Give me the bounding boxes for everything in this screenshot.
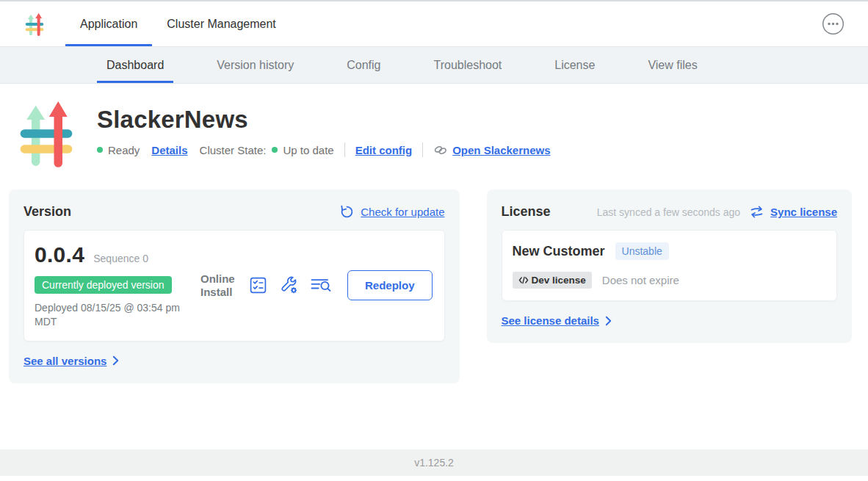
tab-config-label: Config: [347, 59, 380, 72]
link-chain-icon: [433, 143, 448, 157]
ready-status-label: Ready: [108, 144, 140, 156]
dashboard-cards: Version Check for update 0.0.4 Sequence …: [0, 189, 868, 383]
sequence-label: Sequence 0: [93, 253, 148, 264]
sync-license-link[interactable]: Sync license: [770, 206, 837, 218]
license-sync-group: Last synced a few seconds ago Sync licen…: [597, 206, 837, 218]
license-card-header: License Last synced a few seconds ago Sy…: [502, 204, 837, 220]
cluster-state-value: Up to date: [283, 144, 333, 156]
version-card-title: Version: [23, 204, 71, 220]
tab-version-history[interactable]: Version history: [207, 47, 303, 83]
tab-dashboard-label: Dashboard: [106, 59, 164, 72]
topnav-spacer: [291, 1, 821, 46]
app-logo-large: [15, 98, 78, 169]
version-number: 0.0.4: [35, 242, 84, 267]
deployed-timestamp: Deployed 08/15/25 @ 03:54 pm MDT: [35, 301, 193, 329]
tab-troubleshoot-label: Troubleshoot: [433, 59, 502, 72]
redeploy-button[interactable]: Redeploy: [347, 270, 433, 300]
preflight-checklist-icon[interactable]: [248, 275, 268, 295]
chevron-right-icon: [112, 355, 119, 366]
see-all-versions-link[interactable]: See all versions: [23, 355, 106, 367]
app-logo-icon: [23, 12, 46, 37]
logo-yellow-bar: [26, 28, 44, 31]
app-sub-navigation: Dashboard Version history Config Trouble…: [0, 47, 868, 84]
current-version-panel: 0.0.4 Sequence 0 Currently deployed vers…: [23, 230, 445, 341]
last-synced-label: Last synced a few seconds ago: [597, 206, 740, 218]
app-status-row: Ready Details Cluster State: Up to date …: [97, 142, 551, 157]
page-title: SlackerNews: [97, 106, 551, 134]
license-type-label: Dev license: [532, 275, 586, 286]
status-divider: [422, 142, 423, 157]
dashboard-main: SlackerNews Ready Details Cluster State:…: [0, 84, 868, 449]
chevron-right-icon: [605, 316, 612, 326]
tab-application[interactable]: Application: [65, 1, 152, 46]
license-expiry: Does not expire: [602, 274, 679, 286]
customer-name: New Customer: [513, 244, 605, 259]
see-all-versions-row: See all versions: [23, 355, 445, 367]
more-menu-button[interactable]: [821, 12, 845, 36]
cluster-state-label: Cluster State:: [200, 144, 267, 156]
logo-teal-bar: [26, 23, 44, 26]
status-divider: [344, 142, 345, 157]
check-for-update: Check for update: [340, 205, 444, 219]
view-logs-icon[interactable]: [310, 276, 332, 294]
see-license-details-row: See license details: [502, 314, 837, 327]
tab-view-files[interactable]: View files: [638, 47, 706, 83]
channel-badge: Unstable: [615, 242, 669, 260]
license-card-title: License: [502, 204, 551, 220]
tab-view-files-label: View files: [648, 59, 697, 72]
logo-teal-bar: [21, 129, 73, 137]
deployed-status-badge: Currently deployed version: [35, 276, 172, 294]
cluster-state-dot: [272, 147, 278, 153]
console-version: v1.125.2: [414, 457, 454, 469]
tab-dashboard[interactable]: Dashboard: [97, 47, 173, 83]
tab-cluster-management[interactable]: Cluster Management: [152, 1, 291, 46]
version-card: Version Check for update 0.0.4 Sequence …: [9, 189, 460, 383]
see-license-details-link[interactable]: See license details: [502, 314, 599, 327]
license-type-badge: Dev license: [513, 272, 592, 289]
refresh-icon: [340, 205, 354, 219]
version-actions: Online Install: [200, 270, 433, 300]
edit-config-link[interactable]: Edit config: [355, 144, 413, 156]
tab-version-history-label: Version history: [217, 59, 294, 72]
app-header: SlackerNews Ready Details Cluster State:…: [0, 84, 868, 169]
tab-application-label: Application: [80, 18, 137, 31]
tab-troubleshoot[interactable]: Troubleshoot: [424, 47, 511, 83]
tab-license-label: License: [554, 59, 595, 72]
license-details-panel: New Customer Unstable Dev license Does n…: [502, 230, 837, 301]
logo-yellow-bar: [21, 145, 73, 153]
ready-status-dot: [97, 147, 103, 153]
version-card-header: Version Check for update: [23, 204, 445, 220]
ellipsis-icon: [822, 12, 845, 35]
version-info: 0.0.4 Sequence 0 Currently deployed vers…: [35, 242, 200, 329]
code-icon: [518, 276, 529, 284]
license-type-row: Dev license Does not expire: [513, 272, 825, 289]
tab-license[interactable]: License: [545, 47, 604, 83]
top-navigation: Application Cluster Management: [0, 1, 868, 47]
install-type-label: Online Install: [200, 272, 237, 299]
details-link[interactable]: Details: [151, 144, 187, 156]
license-card: License Last synced a few seconds ago Sy…: [487, 189, 852, 343]
customer-row: New Customer Unstable: [513, 242, 825, 260]
top-tabs: Application Cluster Management: [65, 1, 291, 46]
tab-cluster-management-label: Cluster Management: [167, 18, 276, 31]
app-info: SlackerNews Ready Details Cluster State:…: [97, 98, 551, 169]
check-for-update-link[interactable]: Check for update: [361, 206, 444, 218]
config-wrench-icon[interactable]: [279, 275, 299, 295]
tab-config[interactable]: Config: [337, 47, 390, 83]
open-app-link[interactable]: Open Slackernews: [452, 144, 550, 156]
sync-arrows-icon: [750, 206, 764, 218]
app-footer: v1.125.2: [0, 449, 868, 476]
version-number-row: 0.0.4 Sequence 0: [35, 242, 200, 267]
